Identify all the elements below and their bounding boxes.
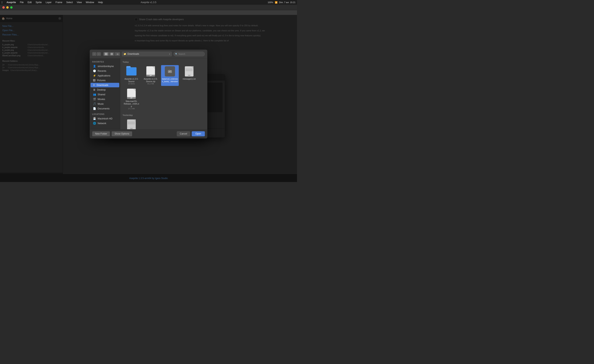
window-menu[interactable]: Window bbox=[85, 1, 95, 4]
documents-icon: 📄 bbox=[93, 107, 96, 110]
svg-rect-2 bbox=[105, 54, 106, 55]
sidebar-item-label: Applications bbox=[98, 74, 110, 77]
close-button[interactable] bbox=[2, 6, 5, 9]
open-button[interactable]: Open bbox=[192, 131, 205, 136]
file-item-message[interactable]: TXT message.txt bbox=[122, 118, 140, 129]
sidebar-item-macintosh-hd[interactable]: 💾 Macintosh HD bbox=[91, 116, 119, 121]
file-meta: 64,2 MB bbox=[147, 83, 154, 85]
dialog-footer: New Folder Show Options Cancel Open bbox=[90, 129, 207, 138]
svg-rect-9 bbox=[169, 71, 171, 71]
search-input[interactable]: Search bbox=[178, 53, 185, 55]
music-icon: 🎵 bbox=[93, 102, 96, 105]
dialog-sidebar: Favorites 👤 simonbordeyne 🕐 Recents ⚡ Ap… bbox=[90, 58, 120, 129]
downloads-icon: ⬇ bbox=[93, 84, 95, 86]
sidebar-item-shared[interactable]: 👥 Shared bbox=[91, 92, 119, 97]
sidebar-item-movies[interactable]: 🎬 Movies bbox=[91, 97, 119, 101]
app-menu[interactable]: Aseprite bbox=[6, 1, 17, 4]
dialog-overlay: ‹ › ▤ bbox=[0, 15, 297, 182]
favorites-label: Favorites bbox=[90, 60, 120, 64]
sidebar-item-applications[interactable]: ⚡ Applications bbox=[91, 73, 119, 78]
svg-rect-1 bbox=[106, 53, 107, 54]
file-open-dialog: ‹ › ▤ bbox=[90, 49, 207, 138]
shared-icon: 👥 bbox=[93, 93, 96, 96]
menubar:  Aseprite File Edit Sprite Layer Frame … bbox=[0, 0, 297, 5]
file-item-message1[interactable]: TXT message(1).txt bbox=[180, 65, 198, 86]
drive-icon: 💾 bbox=[93, 117, 96, 120]
clock-icon: 🕐 bbox=[93, 69, 96, 72]
forward-button[interactable]: › bbox=[97, 52, 101, 56]
file-menu[interactable]: File bbox=[19, 1, 24, 4]
sidebar-item-network[interactable]: 🌐 Network bbox=[91, 121, 119, 125]
edit-menu[interactable]: Edit bbox=[27, 1, 33, 4]
apple-menu[interactable]:  bbox=[2, 1, 3, 4]
list-view-button[interactable] bbox=[109, 52, 115, 56]
search-bar[interactable]: 🔍 Search bbox=[173, 52, 205, 56]
frame-menu[interactable]: Frame bbox=[55, 1, 63, 4]
back-button[interactable]: ‹ bbox=[92, 52, 96, 56]
sidebar-item-music[interactable]: 🎵 Music bbox=[91, 102, 119, 106]
sidebar-item-simonbordeyne[interactable]: 👤 simonbordeyne bbox=[91, 64, 119, 68]
extension-icon bbox=[165, 66, 175, 77]
dialog-toolbar: ‹ › ▤ bbox=[90, 50, 207, 58]
file-item-balamod[interactable]: balamod_extension_tools(...xtension bbox=[161, 65, 179, 86]
dialog-body: Favorites 👤 simonbordeyne 🕐 Recents ⚡ Ap… bbox=[90, 58, 207, 129]
folder-icon-container bbox=[126, 66, 136, 77]
locations-label: Locations bbox=[90, 112, 120, 116]
txt2-icon-container: TXT bbox=[126, 119, 136, 129]
today-label: Today bbox=[122, 61, 205, 63]
app-title: Aseprite v1.3.5 bbox=[141, 1, 156, 4]
file-meta: 20 items bbox=[128, 83, 135, 85]
file-name: message(1).txt bbox=[183, 78, 196, 80]
maximize-button[interactable] bbox=[10, 6, 13, 9]
sidebar-item-documents[interactable]: 📄 Documents bbox=[91, 106, 119, 111]
applications-icon: ⚡ bbox=[93, 74, 96, 77]
today-files-grid: Aseprite-v1.3.5-Source 20 items ZIP Asep… bbox=[122, 65, 205, 111]
file-item-source-folder[interactable]: Aseprite-v1.3.5-Source 20 items bbox=[122, 65, 140, 86]
sidebar-item-downloads[interactable]: ⬇ Downloads bbox=[91, 83, 119, 87]
app-window: 🏠 Home × New File... Open File... Recove… bbox=[0, 5, 297, 182]
file-item-skia-zip[interactable]: ZIP Skia-macOS-Release...rm64.zip 27,2 M… bbox=[122, 87, 140, 111]
help-menu[interactable]: Help bbox=[97, 1, 104, 4]
view-button-group: ▤ bbox=[103, 52, 120, 56]
sidebar-item-label: Shared bbox=[98, 93, 105, 96]
yesterday-label: Yesterday bbox=[122, 114, 205, 116]
sidebar-item-pictures[interactable]: 🖼 Pictures bbox=[91, 78, 119, 83]
new-folder-button[interactable]: New Folder bbox=[92, 131, 110, 136]
minimize-button[interactable] bbox=[6, 6, 9, 9]
layer-menu[interactable]: Layer bbox=[45, 1, 53, 4]
folder-icon bbox=[126, 67, 136, 76]
menubar-right: 100% 📶 Dim. 7 avr. 15:21 bbox=[268, 1, 295, 4]
sidebar-item-label: Network bbox=[98, 122, 106, 125]
svg-rect-10 bbox=[169, 72, 170, 72]
sidebar-item-desktop[interactable]: 🖥 Desktop bbox=[91, 87, 119, 92]
file-name: Aseprite-v1.3.5-Source.zip bbox=[143, 78, 159, 83]
column-view-button[interactable]: ▤ bbox=[115, 52, 120, 56]
select-menu[interactable]: Select bbox=[65, 1, 74, 4]
movies-icon: 🎬 bbox=[93, 98, 96, 101]
location-bar[interactable]: 📁 Downloads ▾ bbox=[122, 52, 172, 56]
sidebar-item-label: Movies bbox=[98, 98, 105, 101]
svg-rect-7 bbox=[168, 70, 172, 73]
battery: 100% bbox=[268, 1, 273, 4]
zip2-icon-container: ZIP bbox=[126, 89, 136, 99]
sidebar-item-label: Macintosh HD bbox=[98, 117, 112, 120]
yesterday-files-grid: TXT message.txt bbox=[122, 118, 205, 129]
zip2-icon: ZIP bbox=[127, 89, 136, 99]
svg-rect-5 bbox=[111, 54, 113, 54]
sprite-menu[interactable]: Sprite bbox=[35, 1, 42, 4]
svg-rect-6 bbox=[111, 54, 113, 55]
network-icon: 🌐 bbox=[93, 122, 96, 125]
desktop-icon: 🖥 bbox=[93, 88, 95, 91]
sidebar-item-recents[interactable]: 🕐 Recents bbox=[91, 69, 119, 73]
file-item-source-zip[interactable]: ZIP Aseprite-v1.3.5-Source.zip 64,2 MB bbox=[142, 65, 160, 86]
sidebar-item-label: Music bbox=[98, 103, 104, 105]
app-titlebar bbox=[0, 5, 297, 10]
icon-view-button[interactable] bbox=[103, 52, 109, 56]
chevron-down-icon: ▾ bbox=[169, 53, 170, 55]
view-menu[interactable]: View bbox=[76, 1, 83, 4]
location-text: Downloads bbox=[128, 52, 168, 55]
show-options-button[interactable]: Show Options bbox=[112, 131, 132, 136]
cancel-button[interactable]: Cancel bbox=[177, 131, 190, 136]
svg-rect-8 bbox=[169, 69, 170, 71]
zip-icon-container: ZIP bbox=[146, 66, 156, 77]
